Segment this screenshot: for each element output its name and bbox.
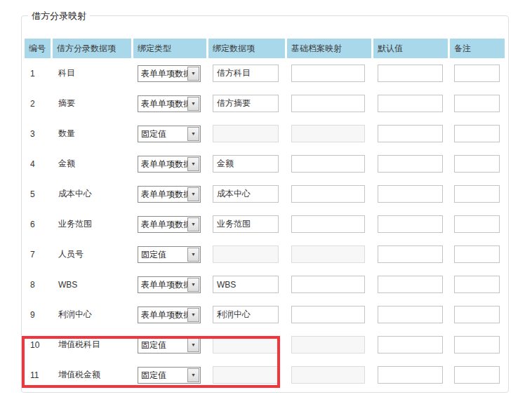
default-value-input[interactable]: [378, 276, 443, 293]
row-number: 11: [25, 360, 51, 390]
bind-data-input: [213, 336, 279, 354]
table-row: 5成本中心表单单项数据▼: [25, 179, 508, 209]
entry-item-label: 增值税科目: [53, 330, 131, 360]
remark-input[interactable]: [454, 336, 500, 354]
panel-title: 借方分录映射: [28, 10, 90, 22]
default-value-input[interactable]: [378, 336, 443, 354]
bind-data-input[interactable]: [213, 276, 279, 293]
table-row: 1科目表单单项数据▼: [25, 58, 508, 88]
chevron-down-icon[interactable]: ▼: [187, 338, 199, 352]
entry-item-label: 数量: [53, 119, 131, 149]
chevron-down-icon[interactable]: ▼: [187, 67, 199, 81]
bind-data-input: [213, 366, 279, 384]
entry-item-label: 增值税金额: [53, 360, 131, 390]
chevron-down-icon[interactable]: ▼: [187, 248, 199, 262]
bind-type-select[interactable]: 表单单项数据▼: [138, 307, 201, 323]
bind-type-select[interactable]: 固定值▼: [138, 337, 201, 354]
remark-input[interactable]: [454, 276, 500, 293]
chevron-down-icon[interactable]: ▼: [187, 157, 199, 171]
table-row: 9利润中心表单单项数据▼: [25, 299, 508, 330]
header-remark: 备注: [450, 39, 505, 58]
row-number: 1: [25, 58, 51, 88]
chevron-down-icon[interactable]: ▼: [187, 187, 199, 201]
entry-item-label: 人员号: [53, 239, 131, 269]
bind-type-selected-value: 表单单项数据: [141, 217, 188, 232]
bind-type-selected-value: 表单单项数据: [141, 96, 188, 112]
table-row: 2摘要表单单项数据▼: [25, 88, 508, 119]
default-value-input[interactable]: [378, 245, 443, 263]
row-number: 6: [25, 209, 51, 239]
default-value-input[interactable]: [378, 215, 443, 233]
table-row: 11增值税金额固定值▼: [25, 360, 508, 390]
default-value-input[interactable]: [378, 155, 443, 173]
bind-data-input[interactable]: [213, 215, 279, 233]
header-archive-mapping: 基础档案映射: [287, 39, 371, 58]
chevron-down-icon[interactable]: ▼: [187, 97, 199, 111]
chevron-down-icon[interactable]: ▼: [187, 368, 199, 382]
bind-data-input[interactable]: [213, 95, 279, 112]
archive-mapping-input[interactable]: [291, 185, 365, 203]
table-row: 3数量固定值▼: [25, 119, 508, 149]
bind-type-select[interactable]: 固定值▼: [138, 246, 201, 263]
entry-item-label: 成本中心: [53, 179, 131, 209]
bind-type-selected-value: 固定值: [141, 368, 188, 383]
default-value-input[interactable]: [378, 366, 443, 384]
entry-item-label: 科目: [53, 58, 131, 88]
archive-mapping-input[interactable]: [291, 95, 365, 112]
table-row: 8WBS表单单项数据▼: [25, 269, 508, 299]
entry-item-label: 业务范围: [53, 209, 131, 239]
remark-input[interactable]: [454, 155, 500, 173]
header-entry-item: 借方分录数据项: [53, 39, 131, 58]
remark-input[interactable]: [454, 306, 500, 323]
default-value-input[interactable]: [378, 95, 443, 112]
remark-input[interactable]: [454, 245, 500, 263]
bind-data-input: [213, 245, 279, 263]
bind-data-input[interactable]: [213, 65, 279, 82]
bind-type-selected-value: 表单单项数据: [141, 307, 188, 323]
archive-mapping-input[interactable]: [291, 306, 365, 323]
row-number: 5: [25, 179, 51, 209]
bind-data-input: [213, 125, 279, 142]
bind-type-selected-value: 表单单项数据: [141, 156, 188, 172]
remark-input[interactable]: [454, 65, 500, 82]
entry-item-label: 利润中心: [53, 299, 131, 330]
chevron-down-icon[interactable]: ▼: [187, 278, 199, 292]
bind-type-selected-value: 表单单项数据: [141, 187, 188, 202]
debit-entry-mapping-panel: 借方分录映射 编号 借方分录数据项 绑定类型 绑定数据项 基础档案映射 默认值 …: [21, 15, 509, 393]
bind-type-select[interactable]: 表单单项数据▼: [138, 95, 201, 112]
header-bind-data: 绑定数据项: [208, 39, 285, 58]
bind-type-select[interactable]: 表单单项数据▼: [138, 156, 201, 173]
remark-input[interactable]: [454, 185, 500, 203]
bind-type-select[interactable]: 表单单项数据▼: [138, 276, 201, 293]
remark-input[interactable]: [454, 125, 500, 142]
bind-data-input[interactable]: [213, 306, 279, 323]
row-number: 3: [25, 119, 51, 149]
bind-type-select[interactable]: 表单单项数据▼: [138, 216, 201, 233]
remark-input[interactable]: [454, 366, 500, 384]
default-value-input[interactable]: [378, 306, 443, 323]
archive-mapping-input[interactable]: [291, 65, 365, 82]
bind-data-input[interactable]: [213, 185, 279, 203]
chevron-down-icon[interactable]: ▼: [187, 308, 199, 322]
chevron-down-icon[interactable]: ▼: [187, 127, 199, 141]
default-value-input[interactable]: [378, 125, 443, 142]
remark-input[interactable]: [454, 215, 500, 233]
archive-mapping-input: [291, 366, 365, 384]
archive-mapping-input[interactable]: [291, 215, 365, 233]
remark-input[interactable]: [454, 95, 500, 112]
bind-type-select[interactable]: 表单单项数据▼: [138, 186, 201, 203]
table-row: 4金额表单单项数据▼: [25, 149, 508, 179]
default-value-input[interactable]: [378, 185, 443, 203]
bind-type-select[interactable]: 表单单项数据▼: [138, 65, 201, 82]
table-row: 7人员号固定值▼: [25, 239, 508, 269]
bind-type-select[interactable]: 固定值▼: [138, 367, 201, 384]
archive-mapping-input[interactable]: [291, 155, 365, 173]
row-number: 7: [25, 239, 51, 269]
header-default-value: 默认值: [373, 39, 448, 58]
chevron-down-icon[interactable]: ▼: [187, 217, 199, 231]
archive-mapping-input[interactable]: [291, 276, 365, 293]
table-body: 1科目表单单项数据▼2摘要表单单项数据▼3数量固定值▼4金额表单单项数据▼5成本…: [22, 58, 508, 390]
bind-data-input[interactable]: [213, 155, 279, 173]
bind-type-select[interactable]: 固定值▼: [138, 126, 201, 142]
default-value-input[interactable]: [378, 65, 443, 82]
